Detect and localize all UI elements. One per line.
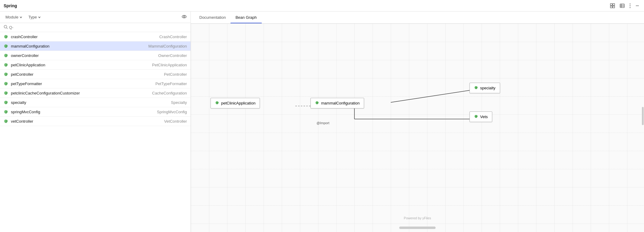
spring-leaf-icon: [4, 109, 8, 114]
bean-item[interactable]: mammalConfigurationMammalConfiguration: [0, 41, 191, 51]
search-bar: [0, 23, 191, 32]
graph-node-petClinicApplication[interactable]: petClinicApplication: [211, 98, 260, 108]
bean-name: petClinicApplication: [11, 63, 45, 67]
graph-area[interactable]: @Import Powered by yFiles petClinicAppli…: [191, 24, 644, 232]
bean-item[interactable]: petControllerPetController: [0, 70, 191, 79]
bean-type: PetClinicApplication: [152, 63, 187, 67]
bean-name: springMvcConfig: [11, 110, 40, 114]
list-view-button[interactable]: [619, 3, 626, 9]
node-leaf-icon: [474, 85, 478, 91]
powered-by-label: Powered by yFiles: [404, 216, 431, 220]
import-annotation: @Import: [317, 121, 329, 125]
node-label: petClinicApplication: [221, 101, 255, 105]
bean-name: crashController: [11, 35, 38, 39]
toolbar: Module Type: [0, 12, 191, 23]
svg-rect-1: [613, 4, 615, 5]
bean-type: PetTypeFormatter: [155, 81, 187, 86]
svg-line-17: [391, 90, 474, 102]
bean-list: crashControllerCrashController mammalCon…: [0, 32, 191, 232]
horizontal-scrollbar[interactable]: [399, 227, 436, 229]
bean-type: SpringMvcConfig: [157, 110, 187, 114]
svg-point-9: [630, 5, 631, 6]
spring-leaf-icon: [4, 91, 8, 95]
svg-point-8: [630, 3, 631, 4]
node-leaf-icon: [315, 101, 319, 106]
graph-node-mammalConfiguration[interactable]: mammalConfiguration: [310, 98, 364, 108]
title-bar: Spring: [0, 0, 644, 12]
bean-type: Specialty: [171, 100, 187, 105]
search-icon: [4, 25, 8, 30]
bean-type: OwnerController: [158, 53, 187, 58]
tabs: Documentation Bean Graph: [191, 12, 644, 24]
svg-rect-0: [610, 4, 612, 5]
graph-node-Vets[interactable]: Vets: [470, 111, 492, 122]
bean-name: petclinicCacheConfigurationCustomizer: [11, 91, 80, 95]
spring-leaf-icon: [4, 100, 8, 105]
visibility-toggle[interactable]: [181, 14, 187, 20]
spring-leaf-icon: [4, 81, 8, 86]
svg-point-13: [184, 16, 185, 18]
svg-rect-4: [620, 4, 624, 8]
svg-point-14: [4, 25, 7, 28]
node-label: mammalConfiguration: [321, 101, 360, 105]
bean-item[interactable]: vetControllerVetController: [0, 117, 191, 126]
bean-item[interactable]: petTypeFormatterPetTypeFormatter: [0, 79, 191, 88]
svg-line-15: [7, 28, 8, 29]
node-leaf-icon: [215, 101, 219, 106]
bean-item[interactable]: specialtySpecialty: [0, 98, 191, 107]
bean-type: MammalConfiguration: [148, 44, 187, 48]
more-options-button[interactable]: [628, 3, 632, 9]
bean-type: VetController: [164, 119, 187, 124]
svg-rect-3: [613, 6, 615, 8]
left-panel: Module Type: [0, 12, 191, 232]
graph-arrows: [191, 24, 644, 232]
bean-item[interactable]: petClinicApplicationPetClinicApplication: [0, 60, 191, 70]
node-leaf-icon: [474, 114, 478, 119]
spring-leaf-icon: [4, 72, 8, 77]
module-dropdown[interactable]: Module: [4, 14, 24, 20]
svg-rect-2: [610, 6, 612, 8]
bean-name: ownerController: [11, 53, 39, 58]
graph-node-specialty[interactable]: specialty: [470, 83, 500, 93]
svg-point-10: [630, 7, 631, 8]
right-panel: Documentation Bean Graph: [191, 12, 644, 232]
spring-leaf-icon: [4, 44, 8, 48]
tab-bean-graph[interactable]: Bean Graph: [231, 12, 261, 23]
grid-view-button[interactable]: [609, 3, 616, 9]
bean-type: PetController: [164, 72, 187, 77]
app-title: Spring: [4, 3, 17, 8]
spring-leaf-icon: [4, 53, 8, 58]
search-input[interactable]: [9, 25, 187, 30]
bean-name: vetController: [11, 119, 33, 124]
bean-name: specialty: [11, 100, 26, 105]
bean-name: mammalConfiguration: [11, 44, 49, 48]
bean-item[interactable]: ownerControllerOwnerController: [0, 51, 191, 60]
bean-item[interactable]: springMvcConfigSpringMvcConfig: [0, 107, 191, 117]
bean-name: petTypeFormatter: [11, 81, 42, 86]
bean-item[interactable]: petclinicCacheConfigurationCustomizerCac…: [0, 88, 191, 98]
node-label: specialty: [480, 86, 496, 90]
vertical-scrollbar[interactable]: [642, 24, 644, 232]
spring-leaf-icon: [4, 119, 8, 124]
bean-name: petController: [11, 72, 33, 77]
tab-documentation[interactable]: Documentation: [194, 12, 231, 23]
bean-item[interactable]: crashControllerCrashController: [0, 32, 191, 41]
bean-type: CacheConfiguration: [152, 91, 187, 95]
spring-leaf-icon: [4, 62, 8, 67]
bean-type: CrashController: [159, 35, 187, 39]
node-label: Vets: [480, 114, 488, 119]
spring-leaf-icon: [4, 34, 8, 39]
type-dropdown[interactable]: Type: [27, 14, 43, 20]
minimize-button[interactable]: [634, 3, 640, 8]
